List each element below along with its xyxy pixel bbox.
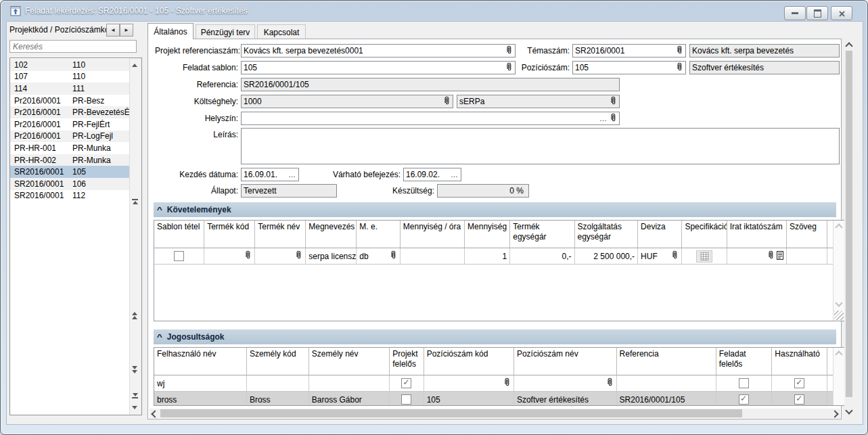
- column-header[interactable]: Deviza: [638, 221, 682, 248]
- list-item[interactable]: SR2016/0001112: [10, 190, 129, 202]
- scroll-up-icon[interactable]: [132, 64, 137, 67]
- field-projekt-referenciaszam[interactable]: Kovács kft. serpa bevezetés0001: [241, 44, 516, 58]
- scroll-left-icon[interactable]: [151, 410, 158, 417]
- column-header[interactable]: M. e.: [357, 221, 400, 248]
- paperclip-icon[interactable]: [767, 250, 775, 262]
- list-item[interactable]: Pr2016/0001PR-FejlÉrt: [10, 118, 129, 131]
- feladat-felelos-checkbox[interactable]: [739, 378, 749, 388]
- date-picker-button[interactable]: …: [451, 171, 459, 178]
- hasznalhato-checkbox[interactable]: [794, 394, 804, 405]
- search-input[interactable]: [9, 40, 137, 53]
- field-varhato-befejezes[interactable]: 16.09.02. …: [403, 168, 461, 181]
- field-helyszin[interactable]: …: [241, 112, 620, 125]
- list-item[interactable]: Pr2016/0001PR-LogFejl: [10, 131, 129, 143]
- column-header[interactable]: Irat iktatószám: [727, 221, 787, 248]
- projekt-felelos-checkbox[interactable]: [401, 394, 411, 405]
- hasznalhato-checkbox[interactable]: [794, 378, 804, 388]
- column-header[interactable]: Sablon tétel: [154, 221, 204, 248]
- specifikacio-button[interactable]: [696, 250, 712, 262]
- column-header[interactable]: Pozíciószám név: [514, 348, 617, 375]
- tab-altalanos[interactable]: Általános: [147, 23, 193, 39]
- vertical-scrollbar[interactable]: [844, 40, 854, 417]
- minimize-button[interactable]: [784, 6, 806, 20]
- column-header[interactable]: Mennyiség / óra: [401, 221, 465, 248]
- column-header[interactable]: Szöveg: [787, 221, 827, 248]
- horizontal-scroll-thumb[interactable]: [160, 409, 742, 417]
- section-jogosultsagok[interactable]: ^ Jogosultságok: [154, 329, 836, 344]
- column-header[interactable]: Használható: [772, 348, 827, 375]
- column-header[interactable]: Személy kód: [247, 348, 309, 375]
- column-header[interactable]: Projekt felelős: [390, 348, 424, 375]
- column-header[interactable]: Referencia: [617, 348, 716, 375]
- column-header[interactable]: Specifikáció: [682, 221, 727, 248]
- list-item[interactable]: Pr2016/0001PR-Besz: [10, 95, 129, 107]
- column-header[interactable]: Termék név: [255, 221, 306, 248]
- collapse-icon[interactable]: ^: [157, 206, 162, 214]
- paperclip-icon[interactable]: [610, 113, 617, 124]
- scroll-up-icon[interactable]: [835, 350, 842, 358]
- scroll-fast-up-icon[interactable]: [132, 312, 137, 319]
- scroll-down-icon[interactable]: [132, 406, 137, 409]
- ellipsis-button[interactable]: …: [599, 115, 608, 122]
- requirements-row[interactable]: serpa licensz db 1 0,- 2 500 000,- HUF: [154, 248, 833, 265]
- paperclip-icon[interactable]: [671, 250, 679, 262]
- paperclip-icon[interactable]: [676, 45, 683, 57]
- paperclip-icon[interactable]: [244, 250, 252, 262]
- permissions-grid-scrollbar[interactable]: [833, 348, 844, 405]
- scroll-right-icon[interactable]: [831, 410, 838, 417]
- projekt-felelos-checkbox[interactable]: [401, 378, 411, 388]
- panel-prev-button[interactable]: ◄: [106, 24, 120, 37]
- feladat-felelos-checkbox[interactable]: [739, 394, 749, 405]
- scroll-fast-down-icon[interactable]: [132, 366, 137, 373]
- column-header[interactable]: Felhasználó név: [154, 348, 247, 375]
- paperclip-icon[interactable]: [390, 250, 397, 262]
- paperclip-icon[interactable]: [505, 62, 513, 74]
- field-feladat-sablon[interactable]: 105: [241, 61, 516, 74]
- tab-penzugyi-terv[interactable]: Pénzügyi terv: [196, 24, 255, 39]
- resize-grip[interactable]: [834, 311, 844, 320]
- list-item[interactable]: SR2016/0001106: [10, 178, 129, 190]
- list-item[interactable]: PR-HR-001PR-Munka: [10, 142, 129, 154]
- list-item-selected[interactable]: SR2016/0001105: [10, 166, 129, 178]
- field-kezdes-datuma[interactable]: 16.09.01. …: [241, 168, 299, 181]
- list-item[interactable]: 107110: [10, 71, 129, 83]
- scroll-page-up-icon[interactable]: [132, 199, 138, 204]
- field-pozicioszam[interactable]: 105: [572, 61, 686, 74]
- list-item[interactable]: Pr2016/0001PR-BevezetésÉrt: [10, 106, 129, 118]
- date-picker-button[interactable]: …: [288, 171, 296, 178]
- column-header[interactable]: Termék kód: [204, 221, 255, 248]
- horizontal-scrollbar[interactable]: [150, 409, 840, 418]
- scroll-page-down-icon[interactable]: [132, 393, 138, 398]
- section-kovetelmenyek[interactable]: ^ Követelemények: [154, 202, 836, 217]
- collapse-icon[interactable]: ^: [157, 334, 162, 341]
- column-header[interactable]: Megnevezés: [306, 221, 357, 248]
- document-icon[interactable]: [777, 251, 783, 262]
- vertical-scroll-thumb[interactable]: [846, 51, 852, 397]
- paperclip-icon[interactable]: [503, 377, 511, 389]
- column-header[interactable]: Feladat felelős: [716, 348, 773, 375]
- paperclip-icon[interactable]: [606, 377, 614, 389]
- permissions-row[interactable]: bross Bross Baross Gábor 105 Szoftver ér…: [154, 392, 833, 406]
- paperclip-icon[interactable]: [610, 96, 617, 108]
- field-leiras[interactable]: [241, 128, 840, 164]
- maximize-button[interactable]: [806, 6, 828, 20]
- column-header[interactable]: Személy név: [309, 348, 390, 375]
- panel-next-button[interactable]: ►: [120, 24, 133, 37]
- column-header[interactable]: Termék egységár: [510, 221, 574, 248]
- paperclip-icon[interactable]: [505, 45, 513, 57]
- field-temaszam[interactable]: SR2016/0001: [572, 44, 686, 58]
- scroll-up-icon[interactable]: [845, 42, 852, 49]
- paperclip-icon[interactable]: [676, 62, 683, 74]
- close-button[interactable]: [831, 6, 852, 20]
- sablon-tetel-checkbox[interactable]: [174, 251, 184, 261]
- paperclip-icon[interactable]: [295, 250, 302, 262]
- list-item[interactable]: 114111: [10, 83, 129, 95]
- scroll-up-icon[interactable]: [835, 223, 842, 231]
- scroll-down-icon[interactable]: [845, 407, 852, 414]
- permissions-row[interactable]: wj: [154, 375, 833, 392]
- list-item[interactable]: PR-HR-002PR-Munka: [10, 154, 129, 166]
- list-fast-scrollbar[interactable]: [129, 58, 141, 415]
- column-header[interactable]: Szolgáltatás egységár: [575, 221, 639, 248]
- paperclip-icon[interactable]: [443, 96, 451, 108]
- tab-kapcsolat[interactable]: Kapcsolat: [257, 24, 306, 39]
